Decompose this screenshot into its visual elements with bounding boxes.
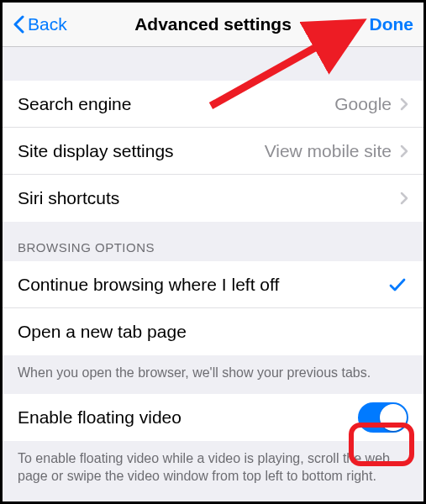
- checkmark-icon: [388, 276, 407, 294]
- row-value: Google: [334, 94, 392, 114]
- chevron-left-icon: [13, 15, 24, 34]
- navbar: Back Advanced settings Done: [3, 3, 423, 47]
- screen: Back Advanced settings Done Search engin…: [0, 0, 426, 504]
- row-search-engine[interactable]: Search engine Google: [3, 81, 423, 128]
- row-label: Search engine: [18, 94, 334, 114]
- spacer: [3, 47, 423, 81]
- chevron-right-icon: [400, 192, 408, 205]
- switch-knob: [380, 404, 407, 431]
- row-label: Continue browsing where I left off: [18, 275, 388, 295]
- done-button[interactable]: Done: [370, 14, 414, 34]
- row-site-display[interactable]: Site display settings View mobile site: [3, 128, 423, 175]
- chevron-right-icon: [400, 97, 408, 111]
- row-label: Site display settings: [18, 141, 265, 161]
- row-enable-floating-video: Enable floating video: [3, 394, 423, 441]
- row-continue-browsing[interactable]: Continue browsing where I left off: [3, 261, 423, 308]
- back-label: Back: [28, 14, 67, 34]
- row-label: Enable floating video: [18, 407, 358, 428]
- back-button[interactable]: Back: [13, 14, 67, 34]
- section-footer-floating: To enable floating video while a video i…: [3, 441, 423, 497]
- row-new-tab-page[interactable]: Open a new tab page: [3, 308, 423, 355]
- row-siri-shortcuts[interactable]: Siri shortcuts: [3, 175, 423, 222]
- section-header-browsing: BROWSING OPTIONS: [3, 222, 423, 261]
- row-label: Siri shortcuts: [18, 188, 400, 208]
- settings-group-general: Search engine Google Site display settin…: [3, 81, 423, 222]
- row-label: Open a new tab page: [18, 322, 408, 342]
- chevron-right-icon: [400, 144, 408, 158]
- section-footer-browsing: When you open the browser, we'll show yo…: [3, 355, 423, 394]
- floating-video-toggle[interactable]: [358, 402, 408, 433]
- row-value: View mobile site: [265, 141, 392, 161]
- settings-group-browsing: Continue browsing where I left off Open …: [3, 261, 423, 355]
- settings-group-floating: Enable floating video: [3, 394, 423, 441]
